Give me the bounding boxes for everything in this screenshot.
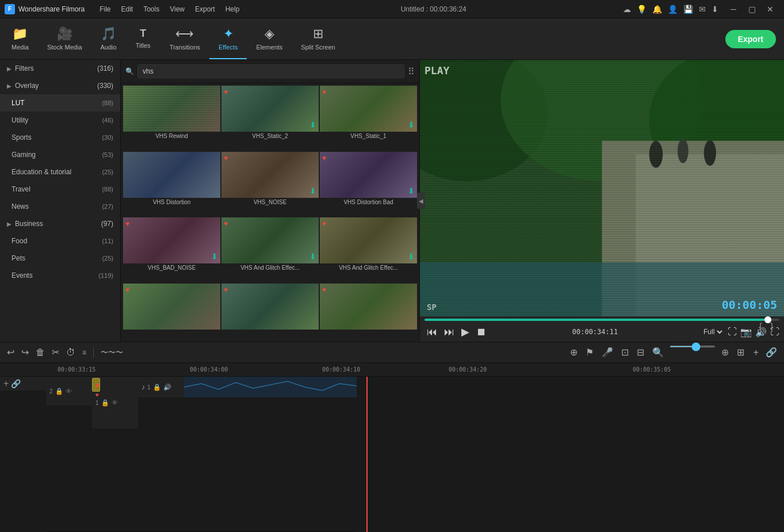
download-icon-3[interactable]: ⬇ [309, 186, 316, 196]
undo-button[interactable]: ↩ [5, 346, 17, 359]
grid-view-icon[interactable]: ⠿ [408, 66, 415, 77]
effect-item-row4-3[interactable]: ♥ [320, 284, 417, 340]
sidebar-item-business[interactable]: ▶ Business (97) [0, 215, 120, 232]
toolbar-stock-media[interactable]: 🎥 Stock Media [38, 18, 91, 59]
redo-button[interactable]: ↪ [19, 346, 31, 359]
sidebar-item-gaming[interactable]: Gaming (53) [0, 146, 120, 163]
preview-quality-select[interactable]: Full [701, 327, 724, 336]
sidebar-item-overlay[interactable]: ▶ Overlay (330) [0, 77, 120, 94]
preview-rewind-button[interactable]: ⏮ [424, 325, 439, 339]
toolbar-audio[interactable]: 🎵 Audio [91, 18, 126, 59]
effect-item-vhs-distortion-bad[interactable]: ♥ ⬇ VHS Distortion Bad [320, 152, 417, 217]
toolbar-effects[interactable]: ✦ Effects [209, 18, 247, 59]
menu-file[interactable]: File [95, 4, 115, 14]
sidebar-item-education[interactable]: Education & tutorial (25) [0, 163, 120, 181]
sidebar-item-events[interactable]: Events (119) [0, 267, 120, 284]
menu-edit[interactable]: Edit [117, 4, 138, 14]
effects-sidebar: ▶ Filters (316) ▶ Overlay (330) LUT (88)… [0, 60, 121, 342]
effect-item-vhs-static-2[interactable]: ♥ ⬇ VHS_Static_2 [221, 86, 319, 151]
preview-in-point[interactable]: { [759, 321, 762, 333]
track-audio-lock[interactable]: 🔒 [153, 384, 161, 391]
sidebar-item-travel[interactable]: Travel (88) [0, 181, 120, 198]
preview-camera-icon[interactable]: 📷 [740, 327, 752, 338]
maximize-button[interactable]: ▢ [743, 0, 761, 18]
effect-item-vhs-distortion[interactable]: VHS Distortion [123, 152, 220, 217]
share-icon[interactable]: ✉ [699, 5, 706, 14]
download-icon-6[interactable]: ⬇ [309, 252, 316, 261]
theme-icon[interactable]: 💡 [637, 5, 647, 14]
waveform-button[interactable]: 〜〜〜 [98, 346, 125, 359]
link-icon[interactable]: 🔗 [11, 379, 21, 388]
add-track-icon[interactable]: ⊞ [735, 346, 747, 359]
zoom-in-icon[interactable]: ⊕ [719, 346, 731, 359]
preview-out-point[interactable]: } [770, 321, 774, 333]
search-input[interactable] [137, 64, 404, 78]
download-icon-4[interactable]: ⬇ [408, 186, 415, 196]
zoom-slider[interactable] [670, 346, 716, 347]
effect-item-vhs-bad-noise[interactable]: ♥ ⬇ VHS_BAD_NOISE [123, 217, 220, 282]
sidebar-item-lut[interactable]: LUT (88) [0, 94, 120, 112]
add-media-button[interactable]: + [751, 346, 761, 359]
preview-panel: PLAY SP 00:00:05 { } ⏮ ⏭ ▶ ⏹ 00:00: [420, 60, 784, 342]
speed-button[interactable]: ⏱ [64, 346, 78, 359]
toolbar-elements[interactable]: ◈ Elements [247, 18, 292, 59]
sidebar-item-filters[interactable]: ▶ Filters (316) [0, 60, 120, 77]
toolbar-split-screen[interactable]: ⊞ Split Screen [292, 18, 344, 59]
menu-view[interactable]: View [165, 4, 189, 14]
sidebar-item-news[interactable]: News (27) [0, 198, 120, 215]
effect-item-row4-1[interactable]: ♥ [123, 284, 220, 340]
download-icon-7[interactable]: ⬇ [408, 252, 415, 261]
split-icon[interactable]: ⊟ [634, 346, 647, 359]
profile-icon[interactable]: 👤 [668, 5, 678, 14]
download-icon[interactable]: ⬇ [712, 5, 718, 14]
effect-item-row4-2[interactable]: ♥ [221, 284, 319, 340]
panel-collapse-button[interactable]: ◀ [417, 193, 425, 209]
snap-icon[interactable]: ⊕ [568, 346, 580, 359]
menu-help[interactable]: Help [221, 4, 244, 14]
download-icon-5[interactable]: ⬇ [211, 252, 218, 261]
mic-icon[interactable]: 🎤 [599, 346, 615, 359]
effect-item-vhs-glitch-1[interactable]: ♥ ⬇ VHS And Glitch Effec... [221, 217, 319, 282]
effect-item-vhs-static-1[interactable]: ♥ ⬇ VHS_Static_1 [320, 86, 417, 151]
link-button[interactable]: 🔗 [763, 346, 779, 359]
preview-step-back-button[interactable]: ⏭ [442, 325, 457, 339]
effect-item-vhs-rewind[interactable]: VHS Rewind [123, 86, 220, 151]
download-icon-2[interactable]: ⬇ [408, 120, 415, 129]
audio-icon[interactable]: 🔔 [652, 5, 662, 14]
audio-detach-button[interactable]: ≡ [80, 347, 89, 358]
sidebar-item-sports[interactable]: Sports (30) [0, 129, 120, 146]
effect-item-vhs-glitch-2[interactable]: ♥ ⬇ VHS And Glitch Effec... [320, 217, 417, 282]
cut-button[interactable]: ✂ [49, 346, 62, 359]
track-video-lock[interactable]: 🔒 [101, 399, 109, 407]
toolbar-transitions[interactable]: ⟷ Transitions [160, 18, 209, 59]
track-overlay-lock[interactable]: 🔒 [55, 388, 63, 395]
preview-screen-icon[interactable]: ⛶ [728, 327, 737, 337]
save-icon[interactable]: 💾 [683, 5, 693, 14]
sidebar-item-food[interactable]: Food (11) [0, 232, 120, 250]
menu-export[interactable]: Export [190, 4, 220, 14]
menu-tools[interactable]: Tools [139, 4, 164, 14]
sidebar-item-pets[interactable]: Pets (25) [0, 250, 120, 267]
preview-play-button[interactable]: ▶ [459, 324, 472, 339]
toolbar-titles[interactable]: T Titles [126, 18, 160, 59]
minimize-button[interactable]: ─ [724, 0, 743, 18]
ruler-mark-5: 00:00:35:05 [633, 366, 671, 373]
delete-button[interactable]: 🗑 [33, 346, 47, 359]
preview-stop-button[interactable]: ⏹ [474, 325, 489, 339]
effect-item-vhs-noise[interactable]: ♥ ⬇ VHS_NOISE [221, 152, 319, 217]
download-icon-1[interactable]: ⬇ [309, 120, 316, 129]
export-button[interactable]: Export [725, 30, 776, 48]
zoom-out-icon[interactable]: 🔍 [650, 346, 666, 359]
preview-progress-bar[interactable]: { } [424, 319, 779, 321]
overlay-clip[interactable]: ▶ VHS And Glitch Effect Vol 02 Overlay 1… [92, 378, 100, 392]
overlay-icon[interactable]: ⊡ [619, 346, 631, 359]
track-video-eye[interactable]: 👁 [112, 399, 118, 406]
sidebar-item-utility[interactable]: Utility (46) [0, 112, 120, 129]
toolbar-media[interactable]: 📁 Media [2, 18, 38, 59]
track-overlay-eye[interactable]: 👁 [66, 388, 72, 395]
close-button[interactable]: ✕ [761, 0, 779, 18]
track-audio-eye[interactable]: 🔊 [163, 384, 171, 391]
add-media-icon[interactable]: + [3, 378, 9, 389]
cloud-icon[interactable]: ☁ [623, 5, 631, 14]
flag-icon[interactable]: ⚑ [583, 346, 596, 359]
